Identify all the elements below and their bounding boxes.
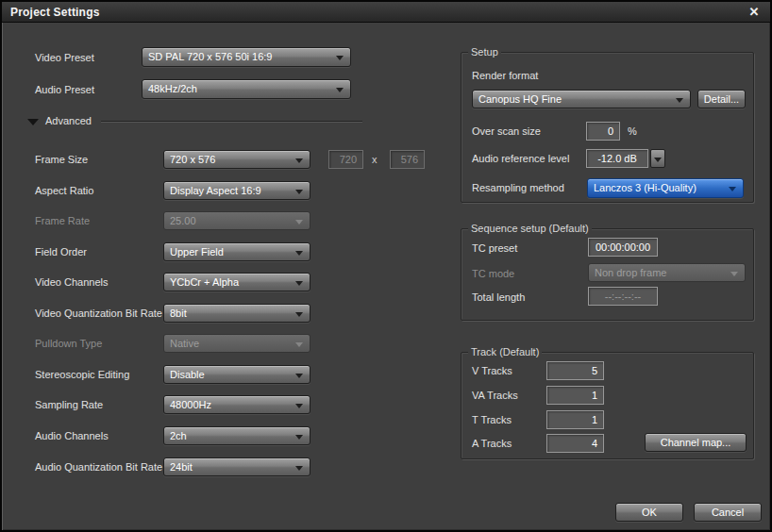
overscan-label: Over scan size — [472, 125, 541, 137]
setup-group-title: Setup — [468, 46, 501, 58]
advanced-collapse-icon[interactable] — [27, 119, 39, 125]
project-settings-dialog: Project Settings ✕ Video Preset SD PAL 7… — [0, 0, 772, 532]
setup-group: Setup Render format Canopus HQ Fine Deta… — [461, 52, 754, 203]
video-quantization-dropdown[interactable]: 8bit — [163, 304, 310, 323]
va-tracks-input[interactable]: 1 — [546, 386, 604, 405]
audio-quantization-dropdown[interactable]: 24bit — [163, 457, 310, 476]
audio-ref-label: Audio reference level — [472, 153, 569, 164]
field-order-dropdown[interactable]: Upper Field — [163, 242, 310, 261]
a-tracks-label: A Tracks — [472, 438, 512, 449]
overscan-input[interactable]: 0 — [586, 122, 620, 141]
resampling-label: Resampling method — [472, 182, 564, 193]
tc-mode-dropdown: Non drop frame — [588, 263, 746, 282]
cancel-button[interactable]: Cancel — [694, 503, 762, 522]
frame-size-separator: x — [372, 154, 378, 165]
video-channels-dropdown[interactable]: YCbCr + Alpha — [163, 273, 310, 291]
frame-size-label: Frame Size — [35, 154, 88, 165]
tc-preset-input[interactable]: 00:00:00:00 — [588, 238, 658, 257]
video-preset-dropdown[interactable]: SD PAL 720 x 576 50i 16:9 — [142, 47, 351, 67]
frame-rate-dropdown: 25.00 — [163, 211, 310, 230]
detail-button[interactable]: Detail... — [697, 90, 746, 108]
channel-map-button[interactable]: Channel map... — [645, 433, 747, 452]
stereoscopic-editing-dropdown[interactable]: Disable — [163, 365, 310, 384]
total-length-field: --:--:--:-- — [588, 287, 658, 306]
t-tracks-label: T Tracks — [472, 414, 512, 425]
v-tracks-input[interactable]: 5 — [546, 361, 604, 380]
audio-channels-label: Audio Channels — [35, 430, 109, 441]
frame-rate-label: Frame Rate — [35, 215, 90, 226]
audio-ref-input[interactable]: -12.0 dB — [586, 149, 648, 168]
pulldown-type-dropdown: Native — [163, 334, 310, 353]
resampling-dropdown[interactable]: Lanczos 3 (Hi-Quality) — [587, 178, 744, 198]
render-format-label: Render format — [472, 70, 538, 81]
total-length-label: Total length — [472, 291, 525, 303]
audio-preset-label: Audio Preset — [35, 84, 94, 95]
field-order-label: Field Order — [35, 246, 87, 258]
dialog-title: Project Settings — [10, 6, 100, 19]
tc-mode-label: TC mode — [472, 268, 514, 279]
audio-ref-dropdown-button[interactable] — [650, 149, 665, 168]
pulldown-type-label: Pulldown Type — [35, 338, 102, 349]
aspect-ratio-dropdown[interactable]: Display Aspect 16:9 — [163, 181, 310, 200]
t-tracks-input[interactable]: 1 — [546, 410, 604, 429]
render-format-dropdown[interactable]: Canopus HQ Fine — [472, 90, 691, 108]
title-bar[interactable]: Project Settings ✕ — [2, 2, 770, 23]
stereoscopic-editing-label: Stereoscopic Editing — [35, 369, 129, 380]
video-quantization-label: Video Quantization Bit Rate — [35, 308, 162, 319]
frame-width-field: 720 — [328, 150, 363, 169]
audio-channels-dropdown[interactable]: 2ch — [163, 426, 310, 445]
frame-height-field: 576 — [390, 150, 425, 169]
overscan-unit: % — [628, 125, 637, 137]
sequence-setup-group: Sequence setup (Default) TC preset 00:00… — [461, 228, 754, 321]
video-channels-label: Video Channels — [35, 276, 108, 288]
audio-quantization-label: Audio Quantization Bit Rate — [35, 461, 162, 473]
audio-preset-dropdown[interactable]: 48kHz/2ch — [142, 79, 351, 99]
track-group-title: Track (Default) — [468, 346, 542, 357]
sequence-group-title: Sequence setup (Default) — [468, 223, 592, 234]
advanced-section-label[interactable]: Advanced — [45, 115, 92, 126]
v-tracks-label: V Tracks — [472, 365, 512, 376]
sampling-rate-label: Sampling Rate — [35, 399, 103, 410]
frame-size-dropdown[interactable]: 720 x 576 — [163, 150, 310, 169]
advanced-divider — [101, 121, 362, 123]
track-group: Track (Default) V Tracks 5 VA Tracks 1 T… — [461, 352, 754, 459]
tc-preset-label: TC preset — [472, 242, 517, 254]
close-icon[interactable]: ✕ — [746, 5, 763, 20]
video-preset-label: Video Preset — [35, 52, 94, 63]
va-tracks-label: VA Tracks — [472, 390, 518, 401]
sampling-rate-dropdown[interactable]: 48000Hz — [163, 395, 310, 414]
aspect-ratio-label: Aspect Ratio — [35, 185, 93, 196]
a-tracks-input[interactable]: 4 — [546, 434, 604, 453]
ok-button[interactable]: OK — [615, 503, 683, 522]
